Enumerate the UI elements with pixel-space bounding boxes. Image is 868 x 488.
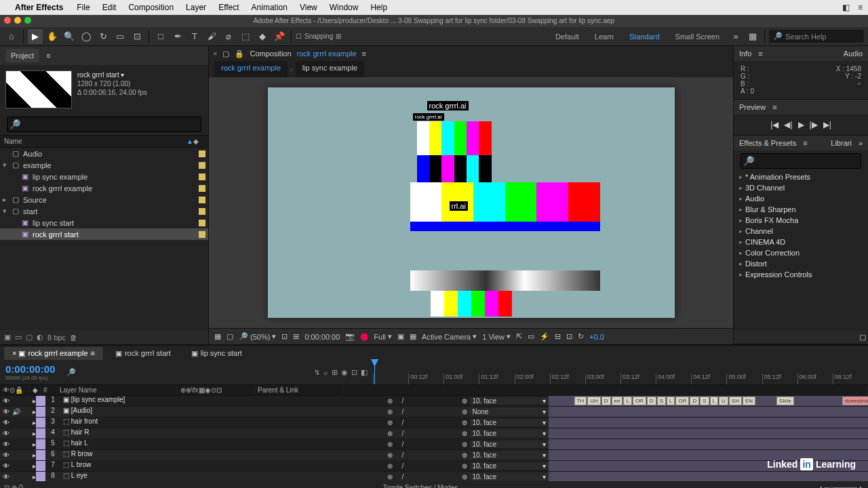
camera-select[interactable]: Active Camera ▾ [422,332,477,341]
layer-row-4[interactable]: 👁 ▸ 4 ⬚ hair R ⊕ / ⊚10. face▾ [0,428,868,439]
hand-tool-icon[interactable]: ✋ [45,29,60,44]
fx-audio[interactable]: Audio [734,193,868,204]
tl-frameblend-icon[interactable]: ⊞ [332,368,338,377]
workspace-reset-icon[interactable]: ▦ [745,29,760,44]
tree-row-start[interactable]: ▾ ▢ start [0,205,208,217]
view-select[interactable]: 1 View ▾ [482,332,511,341]
play-icon[interactable]: ▶ [798,120,804,129]
roto-tool-icon[interactable]: ◆ [255,29,270,44]
tree-row-lip-sync-start[interactable]: ▣ lip sync start [0,217,208,228]
window-minimize-button[interactable] [14,17,21,24]
menu-view[interactable]: View [300,3,317,12]
layer-row-1[interactable]: 👁 ▸ 1 ▣ [lip sync example] ⊕ / ⊚10. face… [0,396,868,407]
snapping-checkbox[interactable]: ☐Snapping⊞ [296,33,341,40]
trash-icon[interactable]: 🗑 [70,333,77,342]
project-tree[interactable]: ▢ Audio ▾ ▢ example ▣ lip sync example ▣… [0,148,208,330]
tree-row-example[interactable]: ▾ ▢ example [0,159,208,171]
libraries-tab[interactable]: Librari [831,139,852,147]
last-frame-icon[interactable]: ▶| [823,120,831,129]
preview-tab[interactable]: Preview [739,103,766,111]
tl-search-icon[interactable]: 🔎 [66,368,76,377]
tree-row-rock-grrrl-start[interactable]: ▣ rock grrrl start [0,228,208,240]
tl-draft3d-icon[interactable]: ◧ [361,368,368,377]
resolution-select[interactable]: Full ▾ [374,332,392,341]
tl-zoom-slider[interactable]: ▲─○─────▲ [818,484,864,489]
fx-distort[interactable]: Distort [734,258,868,269]
adjust-icon[interactable]: ◐ [37,333,43,342]
menu-animation[interactable]: Animation [252,3,288,12]
transparency-icon[interactable]: ▦ [410,332,416,341]
fx-boris-fx-mocha[interactable]: Boris FX Mocha [734,215,868,226]
tl-toggle-switches[interactable]: Toggle Switches / Modes [28,484,812,489]
time-display[interactable]: 0:00:00:00 [304,333,340,341]
toggle-mask-icon[interactable]: ▢ [226,332,233,341]
layer-row-2[interactable]: 👁 🔊 ▸ 2 ▣ [Audio] ⊕ / ⊚None▾ [0,407,868,418]
layer-row-5[interactable]: 👁 ▸ 5 ⬚ hair L ⊕ / ⊚10. face▾ [0,439,868,450]
project-search-input[interactable] [7,117,201,132]
menu-window[interactable]: Window [330,3,359,12]
panel-menu-icon[interactable]: ≡ [46,52,50,60]
flowchart-icon[interactable]: ⊡ [566,332,572,341]
audio-tab[interactable]: Audio [844,49,863,58]
tl-graph-icon[interactable]: ⊡ [351,368,357,377]
menu-edit[interactable]: Edit [102,3,117,12]
menu-file[interactable]: File [77,3,90,12]
brush-tool-icon[interactable]: 🖌 [204,29,219,44]
fast-preview-icon[interactable]: ⚡ [540,332,549,341]
snapshot-icon[interactable]: 📷 [345,332,355,341]
menu-composition[interactable]: Composition [128,3,174,12]
clone-tool-icon[interactable]: ⌀ [221,29,236,44]
tree-row-rock-grrrl-example[interactable]: ▣ rock grrrl example [0,182,208,194]
roi-icon[interactable]: ▣ [397,332,404,341]
layer-row-7[interactable]: 👁 ▸ 7 ⬚ L brow ⊕ / ⊚10. face▾ [0,461,868,472]
selection-tool-icon[interactable]: ▶ [28,29,43,44]
new-folder-icon[interactable]: ▢ [26,333,33,342]
layer-row-6[interactable]: 👁 ▸ 6 ⬚ R brow ⊕ / ⊚10. face▾ [0,450,868,461]
crumb-tab-lipsync[interactable]: lip sync example [296,61,364,77]
rotate-tool-icon[interactable]: ↻ [96,29,111,44]
new-bin-icon[interactable]: ▢ [859,333,866,341]
window-close-button[interactable] [4,17,11,24]
workspace-default[interactable]: Default [549,30,586,43]
effects-search-input[interactable] [741,153,861,169]
fx--animation-presets[interactable]: * Animation Presets [734,171,868,182]
pan-behind-tool-icon[interactable]: ⊡ [130,29,144,44]
panel-menu-icon[interactable]: ≡ [362,49,366,58]
camera-tool-icon[interactable]: ▭ [113,29,127,44]
tl-ruler[interactable]: 00:12f01:00f01:12f02:00f02:12f03:00f03:1… [373,361,868,384]
next-frame-icon[interactable]: |▶ [810,120,818,129]
interpret-footage-icon[interactable]: ▣ [4,333,11,342]
zoom-tool-icon[interactable]: 🔍 [62,29,77,44]
tl-motionblur-icon[interactable]: ◉ [341,368,348,377]
timeline-icon[interactable]: ⊟ [555,332,561,341]
tl-shy2-icon[interactable]: ⟐ [323,369,328,377]
magnification-select[interactable]: 🔎 (50%) ▾ [239,332,276,341]
tree-row-Source[interactable]: ▸ ▢ Source [0,194,208,205]
puppet-tool-icon[interactable]: 📌 [272,29,287,44]
workspace-chevron-icon[interactable]: » [728,29,743,44]
layer-row-8[interactable]: 👁 ▸ 8 ⬚ L eye ⊕ / ⊚10. face▾ [0,472,868,481]
workspace-learn[interactable]: Learn [588,30,620,43]
prev-frame-icon[interactable]: ◀| [784,120,792,129]
tree-row-Audio[interactable]: ▢ Audio [0,148,208,159]
comp-breadcrumb-link[interactable]: rock grrrl example [297,49,357,58]
tree-row-lip-sync-example[interactable]: ▣ lip sync example [0,171,208,182]
help-search-input[interactable]: 🔎 Search Help [769,30,864,43]
tl-shy-icon[interactable]: ↯ [314,368,320,377]
effects-tab[interactable]: Effects & Presets [739,139,796,147]
info-tab[interactable]: Info [739,49,751,58]
composition-viewport[interactable]: rock grrrl.ai rock grrrl.ai rrl.ai [209,77,733,328]
fx-channel[interactable]: Channel [734,226,868,237]
lock-icon[interactable]: 🔒 [235,49,244,58]
first-frame-icon[interactable]: |◀ [770,120,778,129]
home-icon[interactable]: ⌂ [4,29,19,44]
channel-icon[interactable]: ⬤ [360,332,368,341]
reset-exposure-icon[interactable]: ↻ [578,332,584,341]
fx-blur-sharpen[interactable]: Blur & Sharpen [734,204,868,215]
grid-icon[interactable]: ⊞ [293,332,299,341]
fx-expression-controls[interactable]: Expression Controls [734,269,868,280]
tl-tab-rockgrrrl-example[interactable]: × ▣ rock grrrl example ≡ [4,347,103,360]
col-name[interactable]: Name [4,138,186,145]
toggle-alpha-icon[interactable]: ▦ [214,332,221,341]
new-comp-icon[interactable]: ▭ [15,333,22,342]
